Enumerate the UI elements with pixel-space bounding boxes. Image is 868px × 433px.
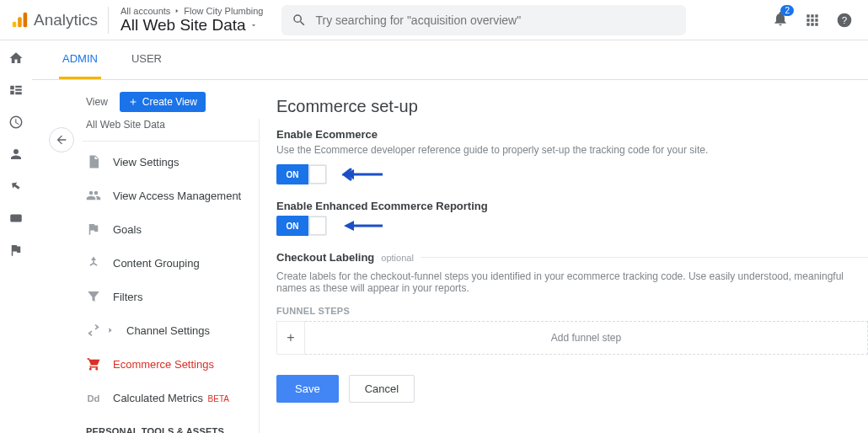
enable-enhanced-title: Enable Enhanced Ecommerce Reporting [276, 200, 868, 212]
menu-filters[interactable]: Filters [78, 280, 260, 313]
menu-label: Calculated Metrics BETA [113, 392, 229, 404]
conversions-icon[interactable] [8, 211, 24, 226]
funnel-step-placeholder[interactable]: Add funnel step [305, 321, 868, 355]
breadcrumb-account: Flow City Plumbing [184, 6, 263, 16]
notification-badge: 2 [780, 5, 794, 16]
account-selector[interactable]: All accounts Flow City Plumbing All Web … [109, 6, 275, 35]
toggle-knob [309, 216, 326, 235]
menu-channel-settings[interactable]: Channel Settings [78, 313, 260, 347]
document-icon [86, 154, 101, 169]
content: ADMIN USER View Create View All Web Site… [32, 40, 868, 433]
top-header: Analytics All accounts Flow City Plumbin… [0, 0, 868, 40]
breadcrumb-root: All accounts [121, 6, 170, 16]
dd-icon: Dd [86, 390, 101, 405]
menu-label: Channel Settings [126, 324, 210, 337]
breadcrumb: All accounts Flow City Plumbing [121, 6, 263, 16]
cancel-button[interactable]: Cancel [349, 375, 415, 403]
svg-text:Dd: Dd [88, 393, 100, 404]
caret-right-icon [106, 326, 115, 334]
chevron-right-icon [174, 8, 180, 14]
menu-goals[interactable]: Goals [78, 212, 260, 246]
flag-icon [86, 222, 101, 237]
toggle-knob [309, 165, 326, 184]
menu-calculated-metrics[interactable]: Dd Calculated Metrics BETA [78, 381, 260, 414]
swap-icon [86, 323, 101, 338]
save-button[interactable]: Save [276, 375, 339, 403]
user-icon[interactable] [8, 147, 24, 162]
filter-icon [86, 289, 101, 304]
main: ADMIN USER View Create View All Web Site… [0, 40, 868, 433]
funnel-steps-label: FUNNEL STEPS [276, 306, 868, 316]
menu-label: View Settings [113, 156, 179, 168]
tab-admin[interactable]: ADMIN [59, 40, 101, 79]
ecommerce-setup-panel: Ecommerce set-up Enable Ecommerce Use th… [260, 80, 868, 433]
analytics-logo-icon [10, 11, 29, 29]
header-actions: 2 ? [772, 10, 858, 30]
menu-label: View Access Management [113, 190, 241, 202]
enable-ecommerce-title: Enable Ecommerce [276, 128, 868, 141]
search-icon [292, 13, 307, 28]
people-icon [86, 188, 101, 203]
flag-icon[interactable] [8, 243, 24, 258]
menu-label: Ecommerce Settings [113, 358, 214, 371]
optional-label: optional [381, 253, 414, 263]
svg-text:?: ? [842, 14, 848, 25]
tab-user[interactable]: USER [128, 40, 165, 79]
svg-rect-1 [18, 17, 22, 27]
page-title: Ecommerce set-up [276, 97, 868, 116]
enable-ecommerce-desc: Use the Ecommerce developer reference gu… [276, 144, 868, 156]
cart-icon [86, 356, 101, 372]
toggle-on-label: ON [276, 164, 308, 184]
arrow-left-icon [55, 133, 68, 147]
view-name-text: All Web Site Data [121, 16, 246, 35]
help-icon[interactable]: ? [836, 12, 853, 29]
dashboard-icon[interactable] [8, 83, 24, 98]
search-input[interactable] [315, 13, 676, 27]
menu-ecommerce-settings[interactable]: Ecommerce Settings [78, 347, 260, 381]
admin-body: View Create View All Web Site Data View … [32, 80, 868, 433]
view-subtitle: All Web Site Data [78, 117, 260, 141]
menu-label: Content Grouping [113, 257, 200, 270]
caret-down-icon [249, 21, 258, 29]
create-view-button[interactable]: Create View [120, 92, 206, 112]
menu-view-settings[interactable]: View Settings [78, 145, 260, 179]
enable-enhanced-toggle[interactable]: ON [276, 216, 327, 236]
enable-ecommerce-toggle[interactable]: ON [276, 164, 327, 184]
view-name: All Web Site Data [121, 16, 263, 35]
product-logo[interactable]: Analytics [10, 7, 109, 34]
clock-icon[interactable] [8, 115, 24, 130]
plus-icon [128, 97, 138, 107]
menu-label: Filters [113, 291, 142, 303]
svg-rect-2 [24, 12, 28, 26]
menu-view-access[interactable]: View Access Management [78, 179, 260, 212]
admin-tabs: ADMIN USER [32, 40, 868, 80]
annotation-arrow-icon [342, 219, 383, 233]
apps-icon[interactable] [804, 12, 821, 29]
section-personal-tools: PERSONAL TOOLS & ASSETS [78, 414, 260, 433]
product-name: Analytics [34, 11, 98, 29]
checkout-labeling-title: Checkout Labeling [276, 251, 374, 264]
create-view-label: Create View [142, 96, 197, 108]
menu-label: Goals [113, 223, 142, 236]
divider [421, 257, 868, 258]
branch-icon [86, 255, 101, 270]
view-label: View [86, 96, 108, 108]
menu-content-grouping[interactable]: Content Grouping [78, 246, 260, 280]
behavior-icon[interactable] [8, 179, 24, 194]
home-icon[interactable] [8, 51, 24, 66]
back-button[interactable] [49, 127, 74, 152]
svg-rect-5 [10, 215, 22, 222]
left-nav-rail [0, 40, 32, 433]
svg-rect-0 [13, 21, 17, 26]
checkout-labeling-desc: Create labels for the checkout-funnel st… [276, 270, 868, 294]
add-funnel-step-button[interactable]: + [276, 321, 305, 355]
notifications-button[interactable]: 2 [772, 10, 789, 30]
annotation-arrow-icon [342, 168, 383, 181]
search-box[interactable] [281, 5, 686, 35]
toggle-on-label: ON [276, 216, 308, 236]
